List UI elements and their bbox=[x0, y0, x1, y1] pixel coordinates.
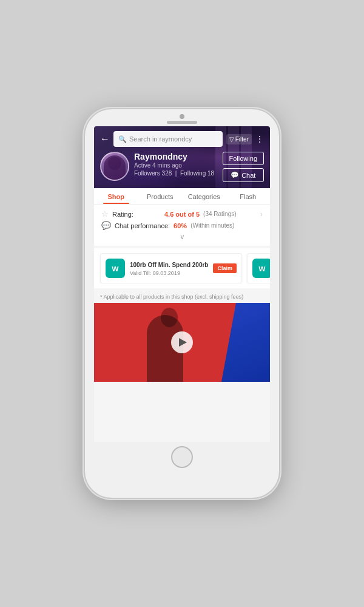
expand-icon[interactable]: ∨ bbox=[180, 232, 185, 241]
profile-name: Raymondncy bbox=[134, 152, 218, 161]
more-options-button[interactable]: ⋮ bbox=[255, 134, 264, 144]
profile-actions: Following 💬 Chat bbox=[223, 152, 264, 182]
content-area: ☆ Rating: 4.6 out of 5 (34 Ratings) › 💬 … bbox=[94, 205, 270, 442]
chat-button[interactable]: 💬 Chat bbox=[223, 168, 264, 182]
claim-button-1[interactable]: Claim bbox=[213, 263, 237, 273]
chat-perf-value: 60% bbox=[174, 222, 187, 229]
speaker bbox=[167, 121, 197, 124]
tabs-row: Shop Products Categories Flash bbox=[94, 188, 270, 205]
rating-arrow-icon[interactable]: › bbox=[260, 210, 263, 219]
chat-icon: 💬 bbox=[231, 171, 239, 179]
disclaimer-text: * Applicable to all products in this sho… bbox=[94, 291, 270, 303]
profile-info: Raymondncy Active 4 mins ago Followers 3… bbox=[134, 152, 218, 177]
search-placeholder-text: Search in raymondcy bbox=[129, 135, 192, 143]
phone-bottom bbox=[171, 442, 193, 472]
voucher-title-1: 100rb Off Min. Spend 200rb bbox=[130, 261, 208, 269]
tab-shop[interactable]: Shop bbox=[94, 188, 138, 204]
followers-count: 328 bbox=[162, 170, 172, 177]
tab-flash[interactable]: Flash bbox=[226, 188, 271, 204]
search-box[interactable]: 🔍 Search in raymondcy bbox=[113, 131, 223, 147]
followers-label: Followers bbox=[134, 170, 160, 177]
rating-row: ☆ Rating: 4.6 out of 5 (34 Ratings) › bbox=[101, 209, 263, 219]
voucher-card-1: w 100rb Off Min. Spend 200rb Valid Till:… bbox=[100, 253, 242, 283]
voucher-card-2: w 100rb Off Min. Spend 300rb Valid Till:… bbox=[247, 253, 270, 283]
voucher-valid-1: Valid Till: 09.03.2019 bbox=[130, 270, 208, 276]
video-thumbnail[interactable] bbox=[94, 303, 270, 382]
filter-button[interactable]: ▽ Filter bbox=[226, 134, 252, 144]
voucher-info-1: 100rb Off Min. Spend 200rb Valid Till: 0… bbox=[130, 261, 208, 276]
voucher-logo-2: w bbox=[252, 259, 270, 278]
phone-screen: ← 🔍 Search in raymondcy ▽ Filter ⋮ bbox=[94, 126, 270, 442]
profile-banner: ← 🔍 Search in raymondcy ▽ Filter ⋮ bbox=[94, 126, 270, 188]
chat-perf-icon: 💬 bbox=[101, 221, 111, 230]
voucher-section: w 100rb Off Min. Spend 200rb Valid Till:… bbox=[94, 248, 270, 288]
tab-products[interactable]: Products bbox=[138, 188, 183, 204]
video-section[interactable] bbox=[94, 303, 270, 382]
avatar-body bbox=[104, 155, 126, 180]
expand-row: ∨ bbox=[101, 230, 263, 241]
voucher-scroll: w 100rb Off Min. Spend 200rb Valid Till:… bbox=[94, 253, 270, 283]
following-button[interactable]: Following bbox=[223, 152, 264, 165]
profile-row: Raymondncy Active 4 mins ago Followers 3… bbox=[100, 152, 264, 182]
phone-frame: ← 🔍 Search in raymondcy ▽ Filter ⋮ bbox=[85, 109, 279, 498]
rating-count: (34 Ratings) bbox=[203, 211, 236, 217]
star-icon: ☆ bbox=[101, 209, 109, 219]
voucher-logo-1: w bbox=[106, 259, 125, 278]
chat-perf-note: (Within minutes) bbox=[190, 222, 234, 229]
phone-top-bar bbox=[85, 109, 279, 126]
profile-active-status: Active 4 mins ago bbox=[134, 162, 218, 169]
rating-value: 4.6 out of 5 bbox=[164, 211, 200, 218]
chat-perf-label: Chat performance: bbox=[115, 222, 170, 229]
chat-label: Chat bbox=[241, 172, 255, 179]
profile-stats: Followers 328 | Following 18 bbox=[134, 170, 218, 177]
following-label: Following bbox=[180, 170, 206, 177]
filter-icon: ▽ bbox=[229, 136, 234, 143]
avatar-image bbox=[101, 153, 128, 180]
play-icon bbox=[179, 338, 187, 347]
play-button[interactable] bbox=[171, 331, 193, 353]
home-button[interactable] bbox=[171, 446, 193, 468]
following-count: 18 bbox=[207, 170, 214, 177]
rating-section: ☆ Rating: 4.6 out of 5 (34 Ratings) › 💬 … bbox=[94, 205, 270, 246]
back-button[interactable]: ← bbox=[100, 134, 110, 144]
avatar bbox=[100, 152, 129, 181]
tab-categories[interactable]: Categories bbox=[182, 188, 226, 204]
rating-label: Rating: bbox=[112, 211, 161, 218]
filter-label: Filter bbox=[235, 136, 249, 143]
search-icon: 🔍 bbox=[118, 135, 127, 143]
search-row: ← 🔍 Search in raymondcy ▽ Filter ⋮ bbox=[100, 131, 264, 147]
chat-performance-row: 💬 Chat performance: 60% (Within minutes) bbox=[101, 221, 263, 230]
stats-separator: | bbox=[175, 170, 177, 177]
front-camera bbox=[180, 114, 184, 119]
